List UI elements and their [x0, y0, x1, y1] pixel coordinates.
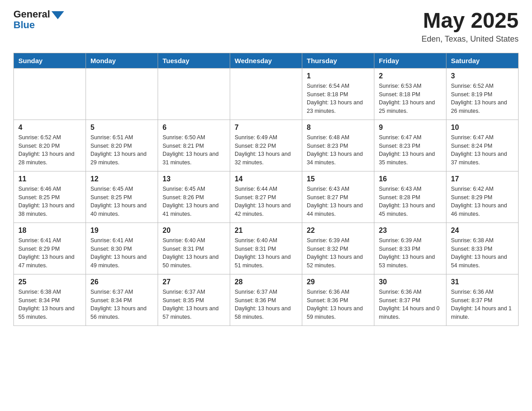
day-cell: 26Sunrise: 6:37 AM Sunset: 8:34 PM Dayli… — [86, 274, 158, 325]
day-cell: 30Sunrise: 6:36 AM Sunset: 8:37 PM Dayli… — [374, 274, 446, 325]
day-cell: 14Sunrise: 6:44 AM Sunset: 8:27 PM Dayli… — [230, 171, 302, 223]
day-info: Sunrise: 6:37 AM Sunset: 8:34 PM Dayligh… — [90, 288, 153, 321]
day-cell: 1Sunrise: 6:54 AM Sunset: 8:18 PM Daylig… — [302, 68, 374, 120]
header-sunday: Sunday — [14, 53, 86, 68]
day-info: Sunrise: 6:37 AM Sunset: 8:36 PM Dayligh… — [235, 288, 297, 321]
day-info: Sunrise: 6:38 AM Sunset: 8:33 PM Dayligh… — [451, 236, 514, 270]
day-cell: 31Sunrise: 6:36 AM Sunset: 8:37 PM Dayli… — [446, 274, 519, 325]
day-cell — [158, 68, 230, 120]
day-info: Sunrise: 6:45 AM Sunset: 8:25 PM Dayligh… — [90, 185, 153, 218]
day-info: Sunrise: 6:54 AM Sunset: 8:18 PM Dayligh… — [307, 82, 369, 116]
day-number: 2 — [379, 72, 442, 80]
day-info: Sunrise: 6:51 AM Sunset: 8:20 PM Dayligh… — [90, 133, 153, 167]
day-info: Sunrise: 6:52 AM Sunset: 8:20 PM Dayligh… — [18, 133, 81, 167]
week-row-1: 1Sunrise: 6:54 AM Sunset: 8:18 PM Daylig… — [14, 68, 519, 120]
day-cell: 15Sunrise: 6:43 AM Sunset: 8:27 PM Dayli… — [302, 171, 374, 223]
day-cell: 3Sunrise: 6:52 AM Sunset: 8:19 PM Daylig… — [446, 68, 519, 120]
day-info: Sunrise: 6:41 AM Sunset: 8:29 PM Dayligh… — [18, 236, 81, 270]
calendar-subtitle: Eden, Texas, United States — [421, 34, 519, 44]
day-info: Sunrise: 6:50 AM Sunset: 8:21 PM Dayligh… — [163, 133, 225, 167]
day-cell: 29Sunrise: 6:36 AM Sunset: 8:36 PM Dayli… — [302, 274, 374, 325]
day-number: 30 — [379, 278, 442, 286]
day-number: 17 — [451, 175, 514, 183]
day-info: Sunrise: 6:40 AM Sunset: 8:31 PM Dayligh… — [163, 236, 225, 270]
day-cell — [86, 68, 158, 120]
day-number: 7 — [235, 124, 297, 132]
day-info: Sunrise: 6:46 AM Sunset: 8:25 PM Dayligh… — [18, 185, 81, 218]
day-cell: 23Sunrise: 6:39 AM Sunset: 8:33 PM Dayli… — [374, 223, 446, 274]
day-number: 15 — [307, 175, 369, 183]
week-row-4: 18Sunrise: 6:41 AM Sunset: 8:29 PM Dayli… — [14, 223, 519, 274]
day-info: Sunrise: 6:36 AM Sunset: 8:36 PM Dayligh… — [307, 288, 369, 321]
title-block: May 2025 Eden, Texas, United States — [421, 9, 519, 44]
day-info: Sunrise: 6:44 AM Sunset: 8:27 PM Dayligh… — [235, 185, 297, 218]
day-cell: 28Sunrise: 6:37 AM Sunset: 8:36 PM Dayli… — [230, 274, 302, 325]
day-number: 21 — [235, 227, 297, 235]
day-cell — [14, 68, 86, 120]
day-info: Sunrise: 6:47 AM Sunset: 8:23 PM Dayligh… — [379, 133, 442, 167]
day-number: 12 — [90, 175, 153, 183]
day-info: Sunrise: 6:36 AM Sunset: 8:37 PM Dayligh… — [379, 288, 442, 321]
day-cell: 24Sunrise: 6:38 AM Sunset: 8:33 PM Dayli… — [446, 223, 519, 274]
day-cell: 16Sunrise: 6:43 AM Sunset: 8:28 PM Dayli… — [374, 171, 446, 223]
day-cell — [230, 68, 302, 120]
logo-general: General — [13, 9, 50, 20]
header-wednesday: Wednesday — [230, 53, 302, 68]
logo: General Blue — [13, 9, 64, 30]
day-number: 14 — [235, 175, 297, 183]
day-cell: 2Sunrise: 6:53 AM Sunset: 8:18 PM Daylig… — [374, 68, 446, 120]
day-cell: 12Sunrise: 6:45 AM Sunset: 8:25 PM Dayli… — [86, 171, 158, 223]
day-number: 31 — [451, 278, 514, 286]
day-info: Sunrise: 6:48 AM Sunset: 8:23 PM Dayligh… — [307, 133, 369, 167]
day-cell: 7Sunrise: 6:49 AM Sunset: 8:22 PM Daylig… — [230, 120, 302, 171]
calendar-table: SundayMondayTuesdayWednesdayThursdayFrid… — [13, 53, 519, 326]
logo-triangle-icon — [51, 11, 64, 19]
header-friday: Friday — [374, 53, 446, 68]
day-info: Sunrise: 6:43 AM Sunset: 8:27 PM Dayligh… — [307, 185, 369, 218]
day-cell: 20Sunrise: 6:40 AM Sunset: 8:31 PM Dayli… — [158, 223, 230, 274]
day-cell: 21Sunrise: 6:40 AM Sunset: 8:31 PM Dayli… — [230, 223, 302, 274]
day-info: Sunrise: 6:42 AM Sunset: 8:29 PM Dayligh… — [451, 185, 514, 218]
day-number: 25 — [18, 278, 81, 286]
day-info: Sunrise: 6:39 AM Sunset: 8:32 PM Dayligh… — [307, 236, 369, 270]
day-info: Sunrise: 6:45 AM Sunset: 8:26 PM Dayligh… — [163, 185, 225, 218]
day-number: 5 — [90, 124, 153, 132]
day-cell: 22Sunrise: 6:39 AM Sunset: 8:32 PM Dayli… — [302, 223, 374, 274]
day-number: 9 — [379, 124, 442, 132]
day-number: 1 — [307, 72, 369, 80]
day-cell: 6Sunrise: 6:50 AM Sunset: 8:21 PM Daylig… — [158, 120, 230, 171]
day-number: 6 — [163, 124, 225, 132]
header-monday: Monday — [86, 53, 158, 68]
day-cell: 13Sunrise: 6:45 AM Sunset: 8:26 PM Dayli… — [158, 171, 230, 223]
week-row-5: 25Sunrise: 6:38 AM Sunset: 8:34 PM Dayli… — [14, 274, 519, 325]
header-saturday: Saturday — [446, 53, 519, 68]
week-row-2: 4Sunrise: 6:52 AM Sunset: 8:20 PM Daylig… — [14, 120, 519, 171]
day-number: 24 — [451, 227, 514, 235]
day-info: Sunrise: 6:52 AM Sunset: 8:19 PM Dayligh… — [451, 82, 514, 116]
week-row-3: 11Sunrise: 6:46 AM Sunset: 8:25 PM Dayli… — [14, 171, 519, 223]
day-cell: 4Sunrise: 6:52 AM Sunset: 8:20 PM Daylig… — [14, 120, 86, 171]
calendar-title: May 2025 — [421, 9, 519, 33]
day-number: 27 — [163, 278, 225, 286]
day-number: 18 — [18, 227, 81, 235]
day-info: Sunrise: 6:43 AM Sunset: 8:28 PM Dayligh… — [379, 185, 442, 218]
day-cell: 25Sunrise: 6:38 AM Sunset: 8:34 PM Dayli… — [14, 274, 86, 325]
day-info: Sunrise: 6:41 AM Sunset: 8:30 PM Dayligh… — [90, 236, 153, 270]
day-info: Sunrise: 6:47 AM Sunset: 8:24 PM Dayligh… — [451, 133, 514, 167]
day-number: 26 — [90, 278, 153, 286]
day-info: Sunrise: 6:40 AM Sunset: 8:31 PM Dayligh… — [235, 236, 297, 270]
calendar-header-row: SundayMondayTuesdayWednesdayThursdayFrid… — [14, 53, 519, 68]
day-info: Sunrise: 6:53 AM Sunset: 8:18 PM Dayligh… — [379, 82, 442, 116]
day-number: 4 — [18, 124, 81, 132]
day-cell: 17Sunrise: 6:42 AM Sunset: 8:29 PM Dayli… — [446, 171, 519, 223]
logo-blue: Blue — [13, 19, 35, 30]
day-cell: 19Sunrise: 6:41 AM Sunset: 8:30 PM Dayli… — [86, 223, 158, 274]
day-info: Sunrise: 6:38 AM Sunset: 8:34 PM Dayligh… — [18, 288, 81, 321]
day-info: Sunrise: 6:39 AM Sunset: 8:33 PM Dayligh… — [379, 236, 442, 270]
day-cell: 10Sunrise: 6:47 AM Sunset: 8:24 PM Dayli… — [446, 120, 519, 171]
page-header: General Blue May 2025 Eden, Texas, Unite… — [13, 9, 519, 44]
day-number: 19 — [90, 227, 153, 235]
day-number: 29 — [307, 278, 369, 286]
day-number: 11 — [18, 175, 81, 183]
day-number: 16 — [379, 175, 442, 183]
